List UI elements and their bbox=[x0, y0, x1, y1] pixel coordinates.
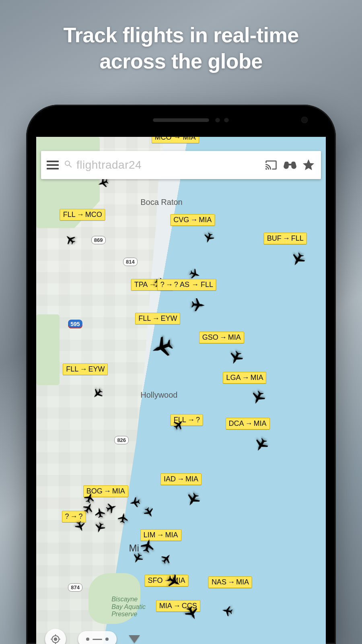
aircraft-marker[interactable]: FLL→MCO bbox=[60, 209, 105, 232]
state-route-shield: 826 bbox=[114, 436, 129, 444]
state-route-shield: 874 bbox=[68, 583, 82, 592]
aircraft-marker[interactable] bbox=[144, 506, 154, 518]
aircraft-marker[interactable]: LGA→MIA bbox=[223, 372, 266, 398]
aircraft-marker[interactable] bbox=[130, 496, 140, 508]
aircraft-marker[interactable] bbox=[83, 501, 94, 513]
aircraft-marker[interactable]: ?→? AS → FLL bbox=[157, 279, 216, 302]
binoculars-icon[interactable] bbox=[283, 158, 297, 172]
aircraft-marker[interactable] bbox=[191, 297, 205, 312]
favorites-icon[interactable] bbox=[302, 158, 315, 172]
state-route-shield: 814 bbox=[123, 258, 138, 266]
aircraft-marker[interactable] bbox=[161, 552, 172, 564]
headline-line-2: across the globe bbox=[99, 50, 262, 73]
search-input[interactable]: flightradar24 bbox=[76, 159, 142, 171]
app-screen[interactable]: Boca RatonFortHollywoodMiBiscayneBay Aqu… bbox=[36, 137, 326, 644]
flight-tag[interactable]: MCO → MIA bbox=[152, 137, 199, 143]
aircraft-marker[interactable]: LIM→MIA bbox=[140, 529, 181, 556]
locate-button[interactable] bbox=[45, 629, 66, 644]
bottom-controls bbox=[36, 627, 326, 644]
dropdown-icon[interactable] bbox=[129, 635, 140, 643]
aircraft-marker[interactable]: FLL→EYW bbox=[63, 363, 108, 387]
headline-line-1: Track flights in real-time bbox=[63, 23, 298, 47]
aircraft-marker[interactable] bbox=[132, 552, 143, 564]
aircraft-marker[interactable]: MIA→CCS bbox=[156, 600, 200, 627]
filter-pill[interactable] bbox=[78, 631, 117, 644]
aircraft-marker[interactable] bbox=[106, 501, 117, 513]
app-bar: flightradar24 bbox=[41, 151, 321, 179]
aircraft-marker[interactable]: IAD→MIA bbox=[160, 473, 202, 500]
promo-headline: Track flights in real-time across the gl… bbox=[0, 22, 362, 74]
aircraft-marker[interactable]: CVG→MIA bbox=[170, 214, 215, 237]
aircraft-marker[interactable]: ?→? bbox=[62, 511, 86, 534]
phone-camera bbox=[301, 117, 308, 123]
park-label: BiscayneBay AquaticPreserve bbox=[111, 596, 146, 618]
aircraft-marker[interactable]: GSO→MIA bbox=[199, 332, 244, 358]
aircraft-marker[interactable] bbox=[118, 512, 128, 523]
aircraft-marker[interactable]: FLL→EYW bbox=[135, 313, 180, 347]
state-route-shield: 869 bbox=[91, 236, 106, 244]
phone-sensors bbox=[215, 118, 229, 122]
interstate-shield: 595 bbox=[68, 320, 82, 328]
menu-button[interactable] bbox=[47, 161, 59, 169]
city-label: Boca Raton bbox=[140, 198, 183, 207]
search-icon[interactable] bbox=[64, 159, 73, 171]
aircraft-marker[interactable]: DCA→MIA bbox=[226, 418, 270, 444]
phone-frame: Boca RatonFortHollywoodMiBiscayneBay Aqu… bbox=[26, 105, 336, 644]
cast-icon[interactable] bbox=[264, 159, 278, 171]
aircraft-marker[interactable] bbox=[95, 522, 105, 533]
aircraft-marker[interactable] bbox=[95, 506, 105, 518]
aircraft-marker[interactable]: NAS→MIA bbox=[208, 576, 252, 600]
map-overlay[interactable]: Boca RatonFortHollywoodMiBiscayneBay Aqu… bbox=[36, 137, 326, 644]
aircraft-marker[interactable]: SFO→MIA bbox=[144, 575, 188, 601]
city-label: Hollywood bbox=[140, 390, 177, 400]
aircraft-marker[interactable]: FLL→? bbox=[171, 414, 203, 438]
phone-speaker bbox=[153, 118, 209, 122]
aircraft-marker[interactable]: BUF→FLL bbox=[264, 233, 307, 259]
